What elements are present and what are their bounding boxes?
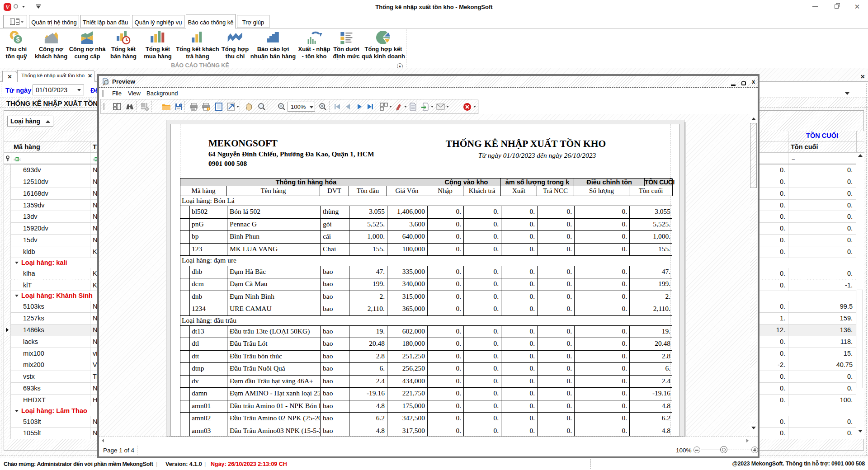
svg-text:a: a bbox=[14, 158, 15, 161]
svg-text:B: B bbox=[16, 157, 19, 161]
svg-text:c: c bbox=[19, 158, 21, 161]
svg-text:a: a bbox=[93, 158, 94, 161]
svg-text:$: $ bbox=[16, 36, 20, 43]
